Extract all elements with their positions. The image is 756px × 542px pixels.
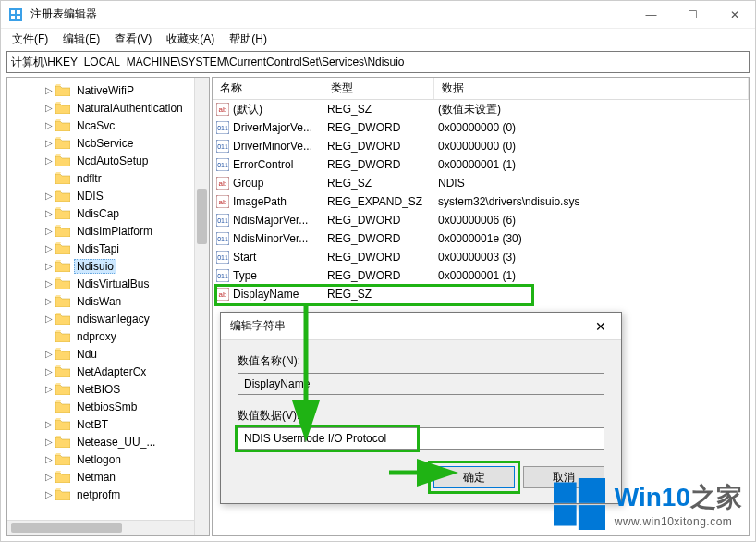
- col-type[interactable]: 类型: [323, 78, 434, 99]
- tree-item[interactable]: ▷netprofm: [7, 486, 209, 503]
- list-row[interactable]: 011TypeREG_DWORD0x00000001 (1): [213, 266, 749, 285]
- tree-item[interactable]: ▷NetBIOS: [7, 380, 209, 398]
- tree-item[interactable]: ndfltr: [7, 169, 209, 187]
- svg-text:011: 011: [217, 273, 228, 279]
- list-row[interactable]: 011NdisMinorVer...REG_DWORD0x0000001e (3…: [213, 229, 749, 248]
- expand-icon[interactable]: ▷: [43, 384, 55, 394]
- dialog-close-button[interactable]: ✕: [579, 313, 621, 340]
- folder-icon: [55, 488, 70, 500]
- expand-icon[interactable]: ▷: [43, 208, 55, 218]
- tree-item[interactable]: ▷NcdAutoSetup: [7, 152, 209, 169]
- expand-icon[interactable]: ▷: [43, 349, 55, 359]
- menu-favorites[interactable]: 收藏夹(A): [159, 30, 222, 49]
- list-row[interactable]: abGroupREG_SZNDIS: [213, 174, 749, 192]
- folder-icon: [55, 400, 70, 413]
- value-data-input[interactable]: [238, 427, 604, 450]
- expand-icon[interactable]: ▷: [43, 261, 55, 271]
- tree-item[interactable]: ▷NdisWan: [7, 292, 209, 310]
- expand-icon[interactable]: ▷: [43, 366, 55, 376]
- expand-icon[interactable]: ▷: [43, 419, 55, 429]
- value-name: NdisMinorVer...: [233, 232, 308, 245]
- registry-tree[interactable]: ▷NativeWifiP▷NaturalAuthentication▷NcaSv…: [6, 77, 210, 536]
- menu-help[interactable]: 帮助(H): [222, 30, 274, 49]
- tree-vscrollbar[interactable]: [194, 78, 209, 535]
- col-name[interactable]: 名称: [213, 78, 323, 99]
- list-row[interactable]: abDisplayNameREG_SZ: [213, 285, 749, 303]
- list-row[interactable]: 011DriverMinorVe...REG_DWORD0x00000000 (…: [213, 137, 749, 155]
- maximize-button[interactable]: ☐: [672, 1, 713, 29]
- tree-item[interactable]: ▷ndiswanlegacy: [7, 310, 209, 327]
- value-name-label: 数值名称(N):: [238, 353, 604, 369]
- value-name-input[interactable]: [238, 373, 604, 395]
- folder-icon: [55, 137, 70, 149]
- expand-icon[interactable]: ▷: [43, 85, 55, 95]
- folder-icon: [55, 84, 70, 96]
- expand-icon[interactable]: ▷: [43, 120, 55, 130]
- menu-view[interactable]: 查看(V): [107, 30, 159, 49]
- tree-item[interactable]: ▷NaturalAuthentication: [7, 99, 209, 117]
- tree-item[interactable]: ▷NdisCap: [7, 204, 209, 222]
- tree-item-label: Netman: [74, 471, 118, 484]
- value-data: 0x00000003 (3): [434, 251, 749, 264]
- expand-icon[interactable]: ▷: [43, 472, 55, 482]
- expand-icon[interactable]: ▷: [43, 314, 55, 324]
- tree-item[interactable]: ▷NcbService: [7, 134, 209, 152]
- value-icon: 011: [216, 158, 229, 171]
- minimize-button[interactable]: —: [630, 1, 672, 29]
- list-row[interactable]: ab(默认)REG_SZ(数值未设置): [213, 100, 749, 118]
- folder-icon: [55, 383, 70, 395]
- list-row[interactable]: abImagePathREG_EXPAND_SZsystem32\drivers…: [213, 192, 749, 211]
- expand-icon[interactable]: ▷: [43, 489, 55, 499]
- tree-item[interactable]: ▷NDIS: [7, 187, 209, 204]
- menu-file[interactable]: 文件(F): [5, 30, 55, 49]
- col-data[interactable]: 数据: [434, 78, 749, 99]
- value-data-label: 数值数据(V):: [238, 408, 604, 424]
- tree-item[interactable]: ▷NdisTapi: [7, 240, 209, 257]
- expand-icon[interactable]: ▷: [43, 296, 55, 306]
- tree-item[interactable]: ▷NdisImPlatform: [7, 222, 209, 240]
- tree-item[interactable]: NetbiosSmb: [7, 398, 209, 415]
- expand-icon[interactable]: ▷: [43, 226, 55, 236]
- tree-item[interactable]: ndproxy: [7, 327, 209, 345]
- list-row[interactable]: 011NdisMajorVer...REG_DWORD0x00000006 (6…: [213, 211, 749, 229]
- list-row[interactable]: 011StartREG_DWORD0x00000003 (3): [213, 248, 749, 266]
- tree-item[interactable]: ▷Netlogon: [7, 450, 209, 468]
- folder-icon: [55, 330, 70, 342]
- titlebar: 注册表编辑器 — ☐ ✕: [1, 1, 755, 29]
- tree-item[interactable]: ▷NetAdapterCx: [7, 363, 209, 380]
- svg-text:ab: ab: [219, 198, 227, 206]
- tree-item[interactable]: ▷Netease_UU_...: [7, 433, 209, 450]
- value-icon: 011: [216, 121, 229, 134]
- ok-button[interactable]: 确定: [433, 466, 515, 488]
- tree-item[interactable]: ▷NetBT: [7, 415, 209, 433]
- value-type: REG_DWORD: [323, 251, 434, 264]
- list-row[interactable]: 011DriverMajorVe...REG_DWORD0x00000000 (…: [213, 118, 749, 137]
- expand-icon[interactable]: ▷: [43, 437, 55, 447]
- expand-icon[interactable]: ▷: [43, 155, 55, 166]
- tree-item[interactable]: ▷Ndisuio: [7, 257, 209, 275]
- folder-icon: [55, 313, 70, 325]
- value-type: REG_SZ: [323, 177, 434, 190]
- expand-icon[interactable]: ▷: [43, 191, 55, 201]
- close-button[interactable]: ✕: [713, 1, 755, 29]
- tree-item[interactable]: ▷Netman: [7, 468, 209, 486]
- tree-item[interactable]: ▷NdisVirtualBus: [7, 275, 209, 292]
- tree-hscrollbar[interactable]: [7, 520, 194, 535]
- tree-item[interactable]: ▷Ndu: [7, 345, 209, 363]
- expand-icon[interactable]: ▷: [43, 103, 55, 113]
- tree-item-label: NdisCap: [74, 207, 122, 220]
- expand-icon[interactable]: ▷: [43, 138, 55, 148]
- tree-item[interactable]: ▷NcaSvc: [7, 117, 209, 134]
- folder-icon: [55, 119, 70, 131]
- folder-icon: [55, 172, 70, 184]
- expand-icon[interactable]: ▷: [43, 243, 55, 253]
- list-row[interactable]: 011ErrorControlREG_DWORD0x00000001 (1): [213, 155, 749, 174]
- expand-icon[interactable]: ▷: [43, 454, 55, 464]
- folder-icon: [55, 190, 70, 202]
- address-bar[interactable]: 计算机\HKEY_LOCAL_MACHINE\SYSTEM\CurrentCon…: [6, 51, 750, 73]
- value-name: ErrorControl: [233, 158, 293, 171]
- menu-edit[interactable]: 编辑(E): [55, 30, 107, 49]
- tree-item[interactable]: ▷NativeWifiP: [7, 81, 209, 99]
- svg-text:011: 011: [217, 217, 228, 224]
- expand-icon[interactable]: ▷: [43, 278, 55, 289]
